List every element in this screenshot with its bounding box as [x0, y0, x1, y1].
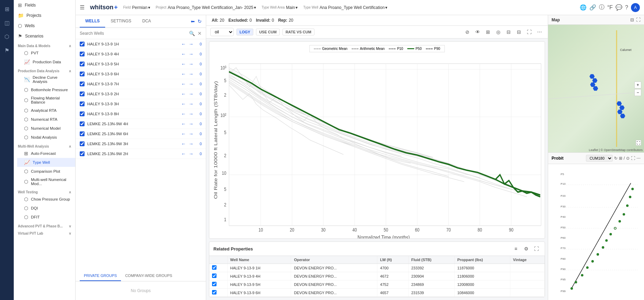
well-checkbox[interactable] — [80, 151, 85, 156]
th-lw[interactable]: LW (ft) — [377, 256, 409, 264]
well-arrow-left[interactable]: ← — [181, 81, 186, 87]
well-arrow-right[interactable]: → — [189, 51, 193, 57]
well-checkbox[interactable] — [80, 141, 85, 146]
well-arrow-left[interactable]: ← — [181, 61, 186, 67]
well-arrow-right[interactable]: → — [189, 121, 193, 127]
sidebar-item-scenarios[interactable]: ⚑ Scenarios — [14, 31, 75, 41]
tab-dca[interactable]: DCA — [137, 15, 156, 28]
well-checkbox[interactable] — [80, 42, 85, 46]
well-arrow-right[interactable]: → — [189, 141, 193, 147]
well-arrow-right[interactable]: → — [189, 61, 193, 67]
sidebar-item-chow-pressure[interactable]: ⬡ Chow Pressure Group — [17, 195, 75, 204]
well-row[interactable]: HALEY 9-13-9 2H ← → 0 — [76, 89, 206, 99]
probit-sync-icon[interactable]: ↻ — [614, 156, 618, 161]
refresh-icon[interactable]: ↻ — [198, 19, 202, 24]
sidebar-item-flowing-material[interactable]: ⬡ Flowing Material Balance — [17, 94, 75, 106]
well-row[interactable]: LEMKE 25-13N-9W 2H ← → 0 — [76, 149, 206, 159]
well-row[interactable]: HALEY 9-13-9 6H ← → 0 — [76, 69, 206, 79]
collapse-main-data[interactable]: ∧ — [69, 44, 71, 48]
well-arrow-right[interactable]: → — [189, 91, 193, 97]
collapse-virtual-pvt[interactable]: ∨ — [69, 232, 71, 235]
well-arrow-left[interactable]: ← — [181, 151, 186, 157]
well-checkbox[interactable] — [80, 131, 85, 136]
sidebar-item-numerical-rta[interactable]: ⬡ Numerical RTA — [17, 115, 75, 124]
type-well-value[interactable]: Ana Proano_Type Well Certification ▾ — [320, 5, 387, 10]
th-proppant[interactable]: Proppant (lbs) — [454, 256, 510, 264]
temperature-icon[interactable]: °F — [607, 4, 613, 11]
tab-wells[interactable]: WELLS — [80, 15, 105, 28]
th-operator[interactable]: Operator — [291, 256, 377, 264]
grid-tool[interactable]: ⊟ — [504, 28, 513, 36]
well-checkbox[interactable] — [80, 121, 85, 126]
tab-company-wide-groups[interactable]: COMPANY-WIDE GROUPS — [121, 271, 176, 281]
sidebar-item-pvt[interactable]: ⬡ PVT — [17, 49, 75, 57]
type-well-area-value[interactable]: Main ▾ — [286, 5, 298, 10]
well-checkbox[interactable] — [80, 92, 85, 96]
table-row[interactable]: HALEY 9-13-9 4H DEVON ENERGY PRO... 4672… — [209, 272, 545, 280]
well-row[interactable]: HALEY 9-13-9 1H ← → 0 — [76, 39, 206, 49]
well-row[interactable]: HALEY 9-13-9 4H ← → 0 — [76, 49, 206, 59]
menu-icon[interactable]: ☰ — [80, 4, 85, 11]
table-row[interactable]: HALEY 9-13-9 5H DEVON ENERGY PRO... 4752… — [209, 280, 545, 289]
btn-use-cum[interactable]: USE CUM — [256, 29, 280, 35]
sidebar-item-wells[interactable]: ⬡ Wells — [14, 21, 75, 31]
well-arrow-left[interactable]: ← — [181, 51, 186, 57]
well-arrow-right[interactable]: → — [189, 81, 193, 87]
well-row[interactable]: HALEY 9-13-9 8H ← → 0 — [76, 109, 206, 119]
well-checkbox[interactable] — [80, 62, 85, 66]
sidebar-item-bottomhole[interactable]: ⬡ Bottomhole Pressure — [17, 85, 75, 94]
sort-icon[interactable]: ≡ — [512, 245, 520, 253]
well-arrow-left[interactable]: ← — [181, 91, 186, 97]
sidebar-item-production-data[interactable]: 📈 Production Data — [17, 57, 75, 66]
probit-more-icon[interactable]: ⋯ — [636, 156, 641, 161]
fluid-select[interactable]: oilgaswater — [210, 28, 234, 36]
table-row[interactable]: HALEY 9-13-9 6H DEVON ENERGY PRO... 4657… — [209, 289, 545, 297]
map-expand-icon[interactable]: ⛶ — [636, 17, 641, 22]
well-arrow-right[interactable]: → — [189, 111, 193, 117]
info-icon[interactable]: ⓘ — [599, 4, 604, 11]
well-checkbox[interactable] — [80, 82, 85, 86]
sidebar-icon-projects[interactable]: ◫ — [1, 17, 13, 29]
probit-settings-icon[interactable]: ⊙ — [626, 156, 630, 161]
eye-tool[interactable]: 👁 — [474, 28, 482, 36]
sidebar-item-auto-forecast[interactable]: ⊞ Auto-Forecast — [17, 149, 75, 158]
well-arrow-right[interactable]: → — [189, 101, 193, 107]
field-value[interactable]: Permian ▾ — [132, 5, 150, 10]
more-tool[interactable]: ⋯ — [535, 28, 544, 36]
well-row[interactable]: LEMKE 25-13N-9W 6H ← → 0 — [76, 129, 206, 139]
help-icon[interactable]: ? — [625, 4, 628, 11]
well-checkbox[interactable] — [80, 52, 85, 56]
well-arrow-right[interactable]: → — [189, 151, 193, 157]
map-minimize-icon[interactable]: ⊟ — [630, 17, 634, 22]
zoom-in-btn[interactable]: + — [634, 82, 641, 88]
sidebar-icon-wells[interactable]: ⬡ — [1, 30, 13, 43]
well-arrow-left[interactable]: ← — [181, 121, 186, 127]
sidebar-item-fields[interactable]: ⊞ Fields — [14, 0, 75, 10]
zoom-out-btn[interactable]: − — [634, 89, 641, 96]
row-checkbox[interactable] — [212, 274, 216, 278]
sidebar-item-nodal-analysis[interactable]: ⬡ Nodal Analysis — [17, 133, 75, 142]
link-icon[interactable]: 🔗 — [589, 4, 596, 11]
table-tool[interactable]: ⊞ — [484, 28, 492, 36]
sidebar-item-numerical-model[interactable]: ⬡ Numerical Model — [17, 124, 75, 133]
sidebar-item-decline-curve[interactable]: 📉 Decline Curve Analysis — [17, 74, 75, 85]
well-checkbox[interactable] — [80, 101, 85, 106]
probit-select[interactable]: CUM180 — [586, 155, 613, 162]
map-content[interactable]: Calumet ⬣ ⬣ ⬣ ⬣ ⬣ ⬣ ⬣ ⬣ — [548, 25, 644, 152]
project-value[interactable]: Ana Proano_Type Well Certification_Jan- … — [168, 5, 256, 10]
search-input[interactable] — [80, 31, 186, 36]
th-well-name[interactable]: Well Name — [227, 256, 291, 264]
settings-icon[interactable]: ⚙ — [522, 245, 530, 253]
collapse-well-testing[interactable]: ∧ — [69, 190, 71, 194]
collapse-prod-analysis[interactable]: ∧ — [69, 69, 71, 73]
map-fullscreen-btn[interactable]: ⛶ — [636, 140, 641, 146]
expand-props-icon[interactable]: ⛶ — [532, 245, 541, 253]
well-arrow-left[interactable]: ← — [181, 101, 186, 107]
sidebar-item-dqi[interactable]: ⬡ DQI — [17, 204, 75, 213]
well-checkbox[interactable] — [80, 111, 85, 116]
tab-settings[interactable]: SETTINGS — [105, 15, 137, 28]
circle-tool[interactable]: ◎ — [494, 28, 502, 36]
well-arrow-left[interactable]: ← — [181, 111, 186, 117]
chat-icon[interactable]: 💬 — [615, 4, 622, 11]
th-vintage[interactable]: Vintage — [510, 256, 544, 264]
